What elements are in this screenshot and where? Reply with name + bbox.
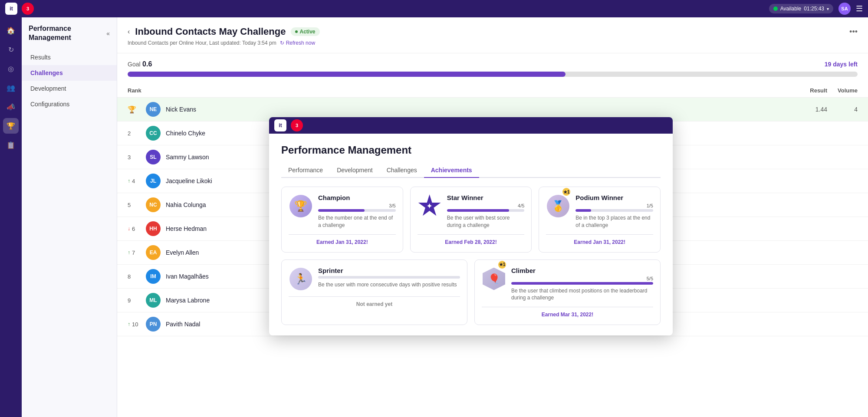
achievement-name: Climber xyxy=(511,267,653,274)
sidebar-item-refresh[interactable]: ↻ xyxy=(3,42,19,57)
active-label: Active xyxy=(299,29,315,35)
achievement-card-inner: 🏃 Sprinter Be the user with more consecu… xyxy=(289,267,460,291)
achievement-icon: 🎈 ★1 xyxy=(482,267,506,291)
player-avatar: JL xyxy=(146,174,161,188)
sidebar-item-announce[interactable]: 📣 xyxy=(3,99,19,115)
back-button[interactable]: ‹ xyxy=(128,28,130,36)
refresh-button[interactable]: ↻ Refresh now xyxy=(280,40,315,46)
nav-item-challenges[interactable]: Challenges xyxy=(22,65,117,81)
player-avatar: EA xyxy=(146,245,161,260)
sidebar-item-home[interactable]: 🏠 xyxy=(3,23,19,38)
nav-item-results[interactable]: Results xyxy=(22,49,117,65)
chevron-down-icon: ▾ xyxy=(827,7,829,11)
achievement-info: Star Winner 4/5 Be the user with best sc… xyxy=(447,194,525,229)
achievements-row-2: 🏃 Sprinter Be the user with more consecu… xyxy=(281,259,661,325)
rank-cell: ↓6 xyxy=(128,226,141,232)
overlay-content: Performance Management PerformanceDevelo… xyxy=(269,134,673,335)
sidebar-item-target[interactable]: ◎ xyxy=(3,61,19,76)
status-label: Available xyxy=(780,6,801,12)
user-avatar[interactable]: SA xyxy=(838,3,851,15)
tab-development[interactable]: Development xyxy=(330,163,380,178)
achievement-card-champion: 🏆 Champion 3/5 Be the number one at the … xyxy=(281,187,403,253)
achievement-name: Podium Winner xyxy=(575,194,653,201)
tab-challenges[interactable]: Challenges xyxy=(380,163,424,178)
hamburger-menu-icon[interactable]: ☰ xyxy=(856,4,863,13)
volume-column-header: Volume xyxy=(827,87,858,94)
nav-item-development[interactable]: Development xyxy=(22,81,117,96)
trend-icon: ↑ xyxy=(128,178,130,184)
rank-cell: 🏆 xyxy=(128,105,141,114)
achievement-progress-fill xyxy=(318,209,365,212)
achievement-progress-fill xyxy=(511,282,653,285)
sidebar-item-trophy[interactable]: 🏆 xyxy=(3,118,19,134)
achievement-desc: Be the user with best score during a cha… xyxy=(447,214,525,229)
overlay-window: it 3 Performance Management PerformanceD… xyxy=(269,117,673,335)
achievement-desc: Be the user with more consecutive days w… xyxy=(318,281,460,289)
top-bar-right: Available 01:25:43 ▾ SA ☰ xyxy=(769,3,863,15)
achievement-card-sprinter: 🏃 Sprinter Be the user with more consecu… xyxy=(281,259,467,325)
goal-display: Goal 0.6 xyxy=(128,60,152,68)
climber-icon: 🎈 xyxy=(483,268,505,290)
trend-icon: ↑ xyxy=(128,321,130,327)
subtitle-text: Inbound Contacts per Online Hour, Last u… xyxy=(128,40,276,46)
overlay-topbar: it 3 xyxy=(269,117,673,134)
goal-value: 0.6 xyxy=(142,60,152,68)
progress-label: 1/5 xyxy=(575,203,653,208)
star-icon: ✦ xyxy=(418,194,441,218)
challenge-subtitle: Inbound Contacts per Online Hour, Last u… xyxy=(128,40,858,46)
achievement-icon: ✦ xyxy=(418,194,442,218)
progress-bar xyxy=(128,72,858,77)
challenge-header: ‹ Inbound Contacts May Challenge Active … xyxy=(117,17,868,53)
achievement-progress-bar xyxy=(447,209,525,212)
achievement-desc: Be the number one at the end of a challe… xyxy=(318,214,396,229)
progress-label: 4/5 xyxy=(447,203,525,208)
progress-meta: Goal 0.6 19 days left xyxy=(128,60,858,68)
trend-icon: ↑ xyxy=(128,250,130,256)
rank-cell: 3 xyxy=(128,154,141,161)
achievement-card-inner: 🏆 Champion 3/5 Be the number one at the … xyxy=(289,194,396,229)
overlay-title: Performance Management xyxy=(281,144,661,156)
progress-bar-fill xyxy=(128,72,566,77)
active-dot xyxy=(295,30,298,33)
sidebar-item-users[interactable]: 👥 xyxy=(3,80,19,95)
achievement-footer: Earned Feb 28, 2022! xyxy=(418,234,525,245)
achievement-progress-fill xyxy=(447,209,509,212)
status-pill[interactable]: Available 01:25:43 ▾ xyxy=(769,4,833,13)
app-icon[interactable]: it xyxy=(5,3,17,15)
result-cell: 1.44 xyxy=(792,106,827,113)
achievement-card-podium-winner: 🥇 ★1 Podium Winner 1/5 Be in the top 3 p… xyxy=(539,187,661,253)
nav-item-configurations[interactable]: Configurations xyxy=(22,96,117,112)
overlay-notification[interactable]: 3 xyxy=(291,119,303,131)
active-badge: Active xyxy=(291,27,319,36)
achievement-footer: Earned Jan 31, 2022! xyxy=(289,234,396,245)
achievement-card-inner: 🎈 ★1 Climber 5/5 Be the user that climbe… xyxy=(482,267,653,302)
overlay-app-icon[interactable]: it xyxy=(274,119,286,131)
collapse-button[interactable]: « xyxy=(106,30,110,37)
achievement-footer: Earned Mar 31, 2022! xyxy=(482,307,653,318)
player-avatar: PN xyxy=(146,317,161,332)
rank-cell: ↑7 xyxy=(128,250,141,256)
trophy-icon: 🏆 xyxy=(289,195,312,217)
rank-cell: ↑10 xyxy=(128,321,141,328)
challenge-title-row: ‹ Inbound Contacts May Challenge Active … xyxy=(128,26,858,37)
more-options-button[interactable]: ••• xyxy=(849,27,858,36)
result-column-header: Result xyxy=(792,87,827,94)
achievement-info: Champion 3/5 Be the number one at the en… xyxy=(318,194,396,229)
trend-icon: ↓ xyxy=(128,226,130,232)
achievement-name: Champion xyxy=(318,194,396,201)
player-name: Nick Evans xyxy=(166,106,792,113)
tab-performance[interactable]: Performance xyxy=(281,163,330,178)
achievement-card-inner: 🥇 ★1 Podium Winner 1/5 Be in the top 3 p… xyxy=(546,194,653,229)
achievement-progress-bar xyxy=(511,282,653,285)
player-avatar: NE xyxy=(146,102,161,117)
notification-badge[interactable]: 3 xyxy=(22,3,34,15)
achievement-progress-fill xyxy=(575,209,591,212)
player-avatar: SL xyxy=(146,150,161,164)
rank-cell: 5 xyxy=(128,202,141,208)
achievement-card-star-winner: ✦ Star Winner 4/5 Be the user with best … xyxy=(410,187,532,253)
sidebar-item-clipboard[interactable]: 📋 xyxy=(3,137,19,153)
tab-achievements[interactable]: Achievements xyxy=(424,163,479,178)
achievement-icon: 🥇 ★1 xyxy=(546,194,570,218)
progress-section: Goal 0.6 19 days left xyxy=(117,53,868,84)
achievement-footer: Earned Jan 31, 2022! xyxy=(546,234,653,245)
